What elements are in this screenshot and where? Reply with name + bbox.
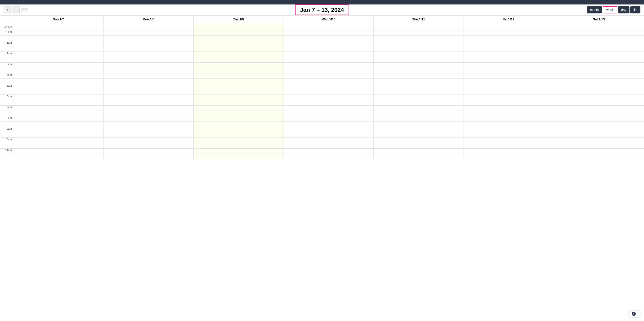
hour-top-6am-mon[interactable] — [104, 95, 194, 100]
hour-bot-6am-tue[interactable] — [194, 100, 284, 105]
hour-bot-3am-tue[interactable] — [194, 68, 284, 73]
hour-top-7am-mon[interactable] — [104, 105, 194, 111]
hour-top-4am-wed[interactable] — [284, 73, 374, 79]
hour-bot-8am-fri[interactable] — [464, 122, 554, 127]
hour-bot-1am-wed[interactable] — [284, 46, 374, 52]
hour-top-5am-sun[interactable] — [14, 84, 104, 89]
hour-top-6am-wed[interactable] — [284, 95, 374, 100]
hour-top-11am-mon[interactable] — [104, 148, 194, 154]
hour-bot-10am-sun[interactable] — [14, 143, 104, 148]
hour-bot-4am-tue[interactable] — [194, 79, 284, 84]
hour-top-8am-sun[interactable] — [14, 116, 104, 122]
hour-bot-12am-thu[interactable] — [374, 36, 464, 41]
hour-top-4am-fri[interactable] — [464, 73, 554, 79]
hour-top-12am-sat[interactable] — [554, 30, 644, 36]
allday-cell-mon[interactable] — [104, 23, 194, 30]
hour-bot-2am-mon[interactable] — [104, 57, 194, 63]
hour-bot-1am-sun[interactable] — [14, 46, 104, 52]
hour-bot-7am-thu[interactable] — [374, 111, 464, 116]
hour-bot-11am-wed[interactable] — [284, 154, 374, 159]
hour-top-8am-mon[interactable] — [104, 116, 194, 122]
prev-button[interactable]: ‹ — [4, 6, 11, 14]
hour-top-1am-mon[interactable] — [104, 41, 194, 46]
hour-top-2am-wed[interactable] — [284, 52, 374, 57]
hour-bot-1am-sat[interactable] — [554, 46, 644, 52]
hour-top-1am-tue[interactable] — [194, 41, 284, 46]
hour-top-12am-mon[interactable] — [104, 30, 194, 36]
hour-top-4am-thu[interactable] — [374, 73, 464, 79]
hour-top-3am-thu[interactable] — [374, 63, 464, 68]
hour-bot-8am-wed[interactable] — [284, 122, 374, 127]
hour-top-10am-sat[interactable] — [554, 138, 644, 143]
hour-bot-10am-thu[interactable] — [374, 143, 464, 148]
hour-bot-3am-sat[interactable] — [554, 68, 644, 73]
hour-top-7am-tue[interactable] — [194, 105, 284, 111]
hour-bot-4am-mon[interactable] — [104, 79, 194, 84]
hour-bot-12am-sat[interactable] — [554, 36, 644, 41]
hour-bot-8am-tue[interactable] — [194, 122, 284, 127]
hour-top-7am-thu[interactable] — [374, 105, 464, 111]
hour-bot-6am-sun[interactable] — [14, 100, 104, 105]
hour-top-5am-mon[interactable] — [104, 84, 194, 89]
hour-bot-10am-mon[interactable] — [104, 143, 194, 148]
hour-top-10am-thu[interactable] — [374, 138, 464, 143]
hour-top-2am-tue[interactable] — [194, 52, 284, 57]
hour-bot-1am-tue[interactable] — [194, 46, 284, 52]
hour-top-11am-tue[interactable] — [194, 148, 284, 154]
hour-top-4am-tue[interactable] — [194, 73, 284, 79]
hour-top-1am-sat[interactable] — [554, 41, 644, 46]
hour-top-5am-sat[interactable] — [554, 84, 644, 89]
hour-bot-2am-thu[interactable] — [374, 57, 464, 63]
hour-bot-11am-fri[interactable] — [464, 154, 554, 159]
hour-bot-6am-fri[interactable] — [464, 100, 554, 105]
hour-top-7am-fri[interactable] — [464, 105, 554, 111]
hour-bot-5am-tue[interactable] — [194, 89, 284, 95]
hour-bot-9am-sat[interactable] — [554, 132, 644, 138]
hour-bot-7am-tue[interactable] — [194, 111, 284, 116]
hour-bot-10am-sat[interactable] — [554, 143, 644, 148]
hour-top-7am-sun[interactable] — [14, 105, 104, 111]
hour-bot-10am-fri[interactable] — [464, 143, 554, 148]
hour-bot-12am-sun[interactable] — [14, 36, 104, 41]
hour-top-9am-sun[interactable] — [14, 127, 104, 132]
hour-top-12am-thu[interactable] — [374, 30, 464, 36]
hour-bot-6am-mon[interactable] — [104, 100, 194, 105]
hour-top-11am-sun[interactable] — [14, 148, 104, 154]
hour-bot-4am-wed[interactable] — [284, 79, 374, 84]
hour-bot-11am-sun[interactable] — [14, 154, 104, 159]
hour-top-12am-tue[interactable] — [194, 30, 284, 36]
next-button[interactable]: › — [12, 6, 20, 14]
hour-top-2am-sun[interactable] — [14, 52, 104, 57]
hour-bot-12am-wed[interactable] — [284, 36, 374, 41]
hour-top-3am-tue[interactable] — [194, 63, 284, 68]
hour-top-8am-thu[interactable] — [374, 116, 464, 122]
hour-top-6am-sun[interactable] — [14, 95, 104, 100]
list-view-button[interactable]: list — [630, 6, 640, 14]
hour-top-1am-wed[interactable] — [284, 41, 374, 46]
hour-bot-2am-tue[interactable] — [194, 57, 284, 63]
hour-top-6am-sat[interactable] — [554, 95, 644, 100]
hour-top-1am-fri[interactable] — [464, 41, 554, 46]
hour-top-4am-sun[interactable] — [14, 73, 104, 79]
hour-top-4am-sat[interactable] — [554, 73, 644, 79]
hour-bot-9am-thu[interactable] — [374, 132, 464, 138]
hour-top-6am-thu[interactable] — [374, 95, 464, 100]
hour-bot-12am-mon[interactable] — [104, 36, 194, 41]
hour-bot-4am-sat[interactable] — [554, 79, 644, 84]
hour-top-1am-thu[interactable] — [374, 41, 464, 46]
allday-cell-sun[interactable] — [14, 23, 104, 30]
hour-bot-3am-thu[interactable] — [374, 68, 464, 73]
hour-bot-4am-thu[interactable] — [374, 79, 464, 84]
hour-bot-5am-thu[interactable] — [374, 89, 464, 95]
hour-top-5am-thu[interactable] — [374, 84, 464, 89]
hour-bot-10am-wed[interactable] — [284, 143, 374, 148]
hour-top-4am-mon[interactable] — [104, 73, 194, 79]
day-view-button[interactable]: day — [618, 6, 630, 14]
allday-cell-sat[interactable] — [554, 23, 644, 30]
hour-top-8am-sat[interactable] — [554, 116, 644, 122]
hour-bot-5am-wed[interactable] — [284, 89, 374, 95]
hour-bot-9am-tue[interactable] — [194, 132, 284, 138]
hour-bot-2am-fri[interactable] — [464, 57, 554, 63]
hour-top-12am-sun[interactable] — [14, 30, 104, 36]
hour-top-3am-fri[interactable] — [464, 63, 554, 68]
